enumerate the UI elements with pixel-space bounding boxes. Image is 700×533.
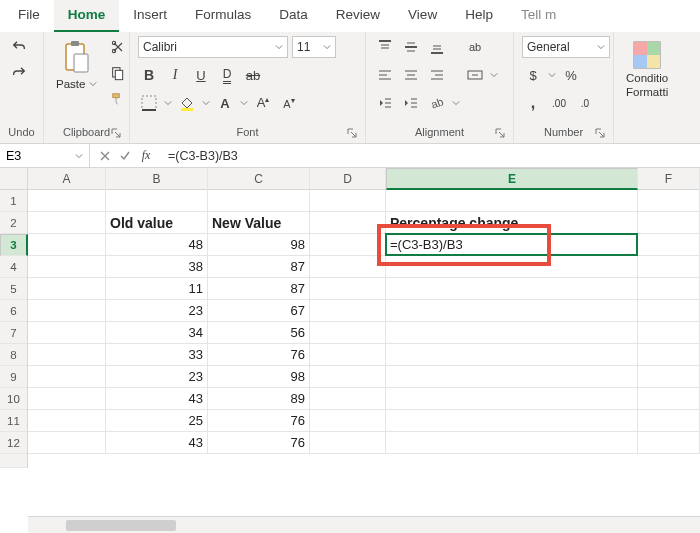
- cell-D8[interactable]: [310, 344, 386, 366]
- cell-D7[interactable]: [310, 322, 386, 344]
- column-header-C[interactable]: C: [208, 168, 310, 190]
- cell-A5[interactable]: [28, 278, 106, 300]
- cell-E3[interactable]: =(C3-B3)/B3: [386, 234, 638, 256]
- cell-B2[interactable]: Old value: [106, 212, 208, 234]
- cell-E11[interactable]: [386, 410, 638, 432]
- tab-formulas[interactable]: Formulas: [181, 0, 265, 32]
- column-header-A[interactable]: A: [28, 168, 106, 190]
- cell-A1[interactable]: [28, 190, 106, 212]
- cell-B10[interactable]: 43: [106, 388, 208, 410]
- cell-C11[interactable]: 76: [208, 410, 310, 432]
- cell-B3[interactable]: 48: [106, 234, 208, 256]
- decrease-decimal-button[interactable]: .0: [574, 92, 596, 114]
- cell-E10[interactable]: [386, 388, 638, 410]
- tab-data[interactable]: Data: [265, 0, 322, 32]
- font-color-dropdown-icon[interactable]: [240, 92, 248, 114]
- font-name-select[interactable]: Calibri: [138, 36, 288, 58]
- cell-D2[interactable]: [310, 212, 386, 234]
- italic-button[interactable]: I: [164, 64, 186, 86]
- cell-E2[interactable]: Percentage change: [386, 212, 638, 234]
- merge-center-button[interactable]: [464, 64, 486, 86]
- cut-button[interactable]: [107, 36, 129, 58]
- cell-B4[interactable]: 38: [106, 256, 208, 278]
- scrollbar-thumb[interactable]: [66, 520, 176, 531]
- cell-D12[interactable]: [310, 432, 386, 454]
- cell-C10[interactable]: 89: [208, 388, 310, 410]
- cell-A6[interactable]: [28, 300, 106, 322]
- cell-B7[interactable]: 34: [106, 322, 208, 344]
- cell-C12[interactable]: 76: [208, 432, 310, 454]
- cell-B12[interactable]: 43: [106, 432, 208, 454]
- cell-A9[interactable]: [28, 366, 106, 388]
- cell-B8[interactable]: 33: [106, 344, 208, 366]
- decrease-indent-button[interactable]: [374, 92, 396, 114]
- row-header-partial[interactable]: [0, 454, 28, 468]
- currency-dropdown-icon[interactable]: [548, 64, 556, 86]
- cell-C5[interactable]: 87: [208, 278, 310, 300]
- align-center-button[interactable]: [400, 64, 422, 86]
- cell-F5[interactable]: [638, 278, 700, 300]
- cell-F4[interactable]: [638, 256, 700, 278]
- name-box[interactable]: E3: [0, 144, 90, 167]
- align-middle-button[interactable]: [400, 36, 422, 58]
- cell-C6[interactable]: 67: [208, 300, 310, 322]
- column-header-D[interactable]: D: [310, 168, 386, 190]
- cell-F7[interactable]: [638, 322, 700, 344]
- cell-A10[interactable]: [28, 388, 106, 410]
- cell-F12[interactable]: [638, 432, 700, 454]
- cell-D11[interactable]: [310, 410, 386, 432]
- fill-color-dropdown-icon[interactable]: [202, 92, 210, 114]
- cell-E12[interactable]: [386, 432, 638, 454]
- increase-font-button[interactable]: A▴: [252, 92, 274, 114]
- row-header-3[interactable]: 3: [0, 234, 28, 256]
- cell-C9[interactable]: 98: [208, 366, 310, 388]
- cell-B5[interactable]: 11: [106, 278, 208, 300]
- strikethrough-button[interactable]: ab: [242, 64, 264, 86]
- paste-button[interactable]: Paste: [52, 36, 101, 90]
- cell-E9[interactable]: [386, 366, 638, 388]
- cell-D4[interactable]: [310, 256, 386, 278]
- increase-indent-button[interactable]: [400, 92, 422, 114]
- cell-F11[interactable]: [638, 410, 700, 432]
- cell-E1[interactable]: [386, 190, 638, 212]
- conditional-formatting-button[interactable]: Conditio Formatti: [622, 36, 672, 98]
- cell-E4[interactable]: [386, 256, 638, 278]
- cell-F2[interactable]: [638, 212, 700, 234]
- cell-A12[interactable]: [28, 432, 106, 454]
- row-header-2[interactable]: 2: [0, 212, 28, 234]
- cell-D3[interactable]: [310, 234, 386, 256]
- cell-E5[interactable]: [386, 278, 638, 300]
- cell-F10[interactable]: [638, 388, 700, 410]
- orientation-button[interactable]: ab: [426, 92, 448, 114]
- borders-dropdown-icon[interactable]: [164, 92, 172, 114]
- fx-button[interactable]: fx: [136, 147, 156, 165]
- decrease-font-button[interactable]: A▾: [278, 92, 300, 114]
- percent-button[interactable]: %: [560, 64, 582, 86]
- horizontal-scrollbar[interactable]: [28, 516, 700, 533]
- enter-formula-button[interactable]: [116, 147, 134, 165]
- cell-C3[interactable]: 98: [208, 234, 310, 256]
- number-launcher-icon[interactable]: [595, 128, 605, 138]
- column-header-B[interactable]: B: [106, 168, 208, 190]
- cell-F1[interactable]: [638, 190, 700, 212]
- cancel-formula-button[interactable]: [96, 147, 114, 165]
- select-all-corner[interactable]: [0, 168, 28, 190]
- orientation-dropdown-icon[interactable]: [452, 92, 460, 114]
- cell-A4[interactable]: [28, 256, 106, 278]
- column-header-E[interactable]: E: [386, 168, 638, 190]
- tab-insert[interactable]: Insert: [119, 0, 181, 32]
- cell-C1[interactable]: [208, 190, 310, 212]
- redo-button[interactable]: [8, 62, 30, 84]
- cell-F8[interactable]: [638, 344, 700, 366]
- tab-view[interactable]: View: [394, 0, 451, 32]
- double-underline-button[interactable]: D: [216, 64, 238, 86]
- wrap-text-button[interactable]: ab: [464, 36, 486, 58]
- font-size-select[interactable]: 11: [292, 36, 336, 58]
- row-header-6[interactable]: 6: [0, 300, 28, 322]
- cell-C8[interactable]: 76: [208, 344, 310, 366]
- cell-A8[interactable]: [28, 344, 106, 366]
- row-header-9[interactable]: 9: [0, 366, 28, 388]
- copy-button[interactable]: [107, 62, 129, 84]
- column-header-F[interactable]: F: [638, 168, 700, 190]
- row-header-8[interactable]: 8: [0, 344, 28, 366]
